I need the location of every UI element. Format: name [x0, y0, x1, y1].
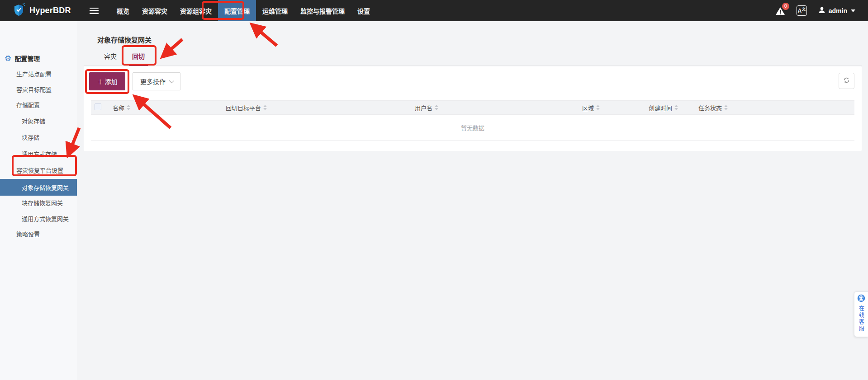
refresh-button[interactable]: [839, 73, 854, 89]
sort-icon[interactable]: [596, 105, 600, 110]
alert-triangle-icon: [775, 10, 786, 18]
column-header-region[interactable]: 区域: [579, 101, 645, 115]
main-content: 对象存储恢复网关 容灾 回切 ＋添加 更多操作: [77, 21, 868, 380]
empty-state-row: 暂无数据: [91, 115, 854, 141]
sort-icon[interactable]: [263, 105, 267, 110]
chevron-down-icon: [169, 78, 174, 83]
sidebar-item-dr-platform-settings[interactable]: 容灾恢复平台设置: [16, 166, 63, 175]
user-menu[interactable]: admin: [818, 6, 855, 15]
sidebar: ⚙ 配置管理 生产站点配置 容灾目标配置 存储配置 对象存储 块存储 通用方式存…: [0, 21, 77, 380]
sidebar-item-production-site-config[interactable]: 生产站点配置: [16, 70, 52, 79]
online-service-label: 在线客服: [858, 305, 865, 333]
tab-bar: 容灾 回切: [84, 47, 862, 66]
column-header-name[interactable]: 名称: [109, 101, 222, 115]
add-button[interactable]: ＋添加: [89, 72, 125, 90]
shield-logo-icon: [14, 3, 25, 19]
sidebar-item-storage-config[interactable]: 存储配置: [16, 101, 40, 110]
sort-icon[interactable]: [127, 105, 130, 110]
sidebar-item-policy-settings[interactable]: 策略设置: [16, 230, 40, 239]
data-table: 名称 回切目标平台 用户名 区域 创建时间: [91, 100, 854, 141]
customer-service-icon: [857, 294, 865, 304]
table-header-row: 名称 回切目标平台 用户名 区域 创建时间: [91, 101, 854, 115]
user-avatar-icon: [818, 6, 826, 15]
tab-failback[interactable]: 回切: [124, 47, 152, 66]
nav-item-resource-group-dr[interactable]: 资源组容灾: [174, 0, 218, 21]
alert-bell-button[interactable]: 0: [775, 5, 786, 16]
nav-item-settings[interactable]: 设置: [351, 0, 376, 21]
sidebar-item-block-storage-recovery-gateway[interactable]: 块存储恢复网关: [22, 199, 63, 208]
sidebar-title: ⚙ 配置管理: [5, 54, 40, 63]
select-all-checkbox[interactable]: [95, 103, 101, 110]
nav-item-resource-dr[interactable]: 资源容灾: [136, 0, 174, 21]
main-nav: 概览 资源容灾 资源组容灾 配置管理 运维管理 监控与报警管理 设置: [110, 0, 376, 21]
sidebar-item-dr-target-config[interactable]: 容灾目标配置: [16, 85, 52, 94]
chevron-down-icon: [851, 9, 855, 12]
username-label: admin: [829, 7, 847, 14]
toolbar: ＋添加 更多操作: [89, 72, 180, 90]
sidebar-item-block-storage[interactable]: 块存储: [22, 133, 39, 142]
gear-icon: ⚙: [5, 55, 11, 62]
more-actions-button[interactable]: 更多操作: [133, 72, 180, 90]
brand-logo[interactable]: HyperBDR: [0, 3, 81, 19]
nav-item-config-management[interactable]: 配置管理: [218, 0, 256, 21]
sidebar-item-generic-recovery-gateway[interactable]: 通用方式恢复网关: [22, 215, 69, 224]
column-header-failback-target-platform[interactable]: 回切目标平台: [222, 101, 411, 115]
sidebar-item-object-storage-recovery-gateway[interactable]: 对象存储恢复网关: [0, 179, 77, 196]
column-header-created-time[interactable]: 创建时间: [645, 101, 695, 115]
empty-state-text: 暂无数据: [91, 115, 854, 141]
online-service-widget[interactable]: 在线客服: [854, 291, 868, 337]
plus-icon: ＋: [97, 77, 104, 86]
sort-icon[interactable]: [435, 105, 438, 110]
top-navbar: HyperBDR 概览 资源容灾 资源组容灾 配置管理 运维管理 监控与报警管理…: [0, 0, 868, 21]
brand-name: HyperBDR: [29, 6, 71, 15]
sidebar-item-object-storage[interactable]: 对象存储: [22, 117, 45, 126]
language-switch-icon[interactable]: A文: [797, 5, 807, 16]
column-header-task-status[interactable]: 任务状态: [695, 101, 854, 115]
column-header-username[interactable]: 用户名: [411, 101, 579, 115]
nav-item-overview[interactable]: 概览: [110, 0, 136, 21]
tab-disaster-recovery[interactable]: 容灾: [96, 47, 124, 66]
content-card: ＋添加 更多操作: [84, 66, 862, 151]
alert-count-badge: 0: [782, 3, 789, 10]
sort-icon[interactable]: [674, 105, 678, 110]
nav-item-monitor-alarm[interactable]: 监控与报警管理: [294, 0, 351, 21]
refresh-icon: [843, 76, 850, 85]
sort-icon[interactable]: [724, 105, 728, 110]
page-title: 对象存储恢复网关: [97, 35, 152, 44]
nav-item-ops-management[interactable]: 运维管理: [256, 0, 294, 21]
hamburger-menu-icon[interactable]: [90, 8, 99, 14]
sidebar-item-generic-storage[interactable]: 通用方式存储: [22, 150, 57, 159]
